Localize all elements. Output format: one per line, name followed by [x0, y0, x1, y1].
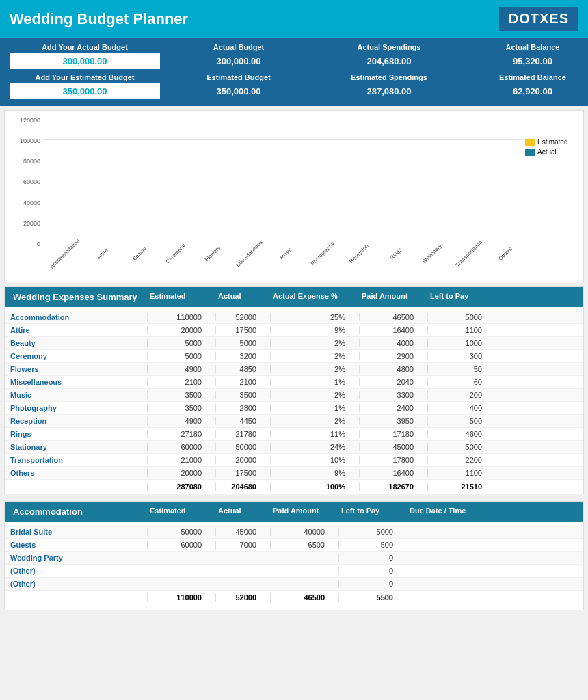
- chart-category-photography: [301, 118, 338, 247]
- bar-estimated-transportation: [457, 247, 466, 247]
- detail-row-estimated: 60000: [147, 541, 215, 549]
- row-pct: 2%: [270, 352, 359, 360]
- row-pct: 1%: [270, 378, 359, 386]
- row-paid: 4000: [359, 339, 427, 347]
- estimated-balance-cell: Estimated Balance 62,920.00: [468, 73, 588, 99]
- estimated-budget-display-cell: Estimated Budget 350,000.00: [167, 73, 310, 99]
- row-paid: 45000: [359, 443, 427, 451]
- total-actual: 204680: [215, 483, 270, 491]
- summary-title: Wedding Expenses Summary: [10, 291, 147, 304]
- row-label: Ceremony: [10, 352, 147, 360]
- y-label-60000: 60000: [23, 179, 40, 185]
- legend-actual: Actual: [525, 148, 576, 156]
- chart-category-reception: [338, 118, 375, 247]
- row-estimated: 20000: [147, 326, 215, 334]
- detail-title: Accommodation: [10, 505, 147, 518]
- detail-row: (Other) 0: [5, 578, 583, 591]
- row-actual: 4850: [215, 365, 270, 373]
- row-label: Stationary: [10, 443, 147, 451]
- actual-budget-input[interactable]: [10, 53, 160, 69]
- total-left: 21510: [427, 483, 496, 491]
- chart-category-accommodation: [43, 118, 80, 247]
- row-label: Photography: [10, 404, 147, 412]
- summary-col-paid: Paid Amount: [359, 291, 427, 304]
- row-actual: 3200: [215, 352, 270, 360]
- estimated-spendings-cell: Estimated Spendings 287,080.00: [317, 73, 461, 99]
- estimated-spendings-value: 287,080.00: [317, 83, 461, 99]
- detail-total-label: [10, 593, 147, 602]
- detail-row-left: 0: [338, 554, 407, 562]
- actual-balance-label: Actual Balance: [468, 43, 588, 51]
- app-header: Wedding Budget Planner DOTXES: [0, 0, 588, 38]
- row-pct: 25%: [270, 313, 359, 321]
- row-left: 5000: [427, 313, 496, 321]
- row-paid: 17180: [359, 430, 427, 438]
- row-left: 60: [427, 378, 496, 386]
- summary-row: Rings 27180 21780 11% 17180 4600: [5, 428, 583, 441]
- detail-row-label: (Other): [10, 580, 147, 588]
- row-pct: 10%: [270, 456, 359, 464]
- actual-balance-value: 95,320.00: [468, 53, 588, 69]
- estimated-budget-display-label: Estimated Budget: [167, 73, 310, 81]
- row-left: 400: [427, 404, 496, 412]
- row-estimated: 21000: [147, 456, 215, 464]
- actual-budget-display-cell: Actual Budget 300,000.00: [167, 43, 310, 69]
- row-paid: 2400: [359, 404, 427, 412]
- detail-total-row: 110000 52000 46500 5500: [5, 591, 583, 604]
- summary-row: Miscellaneous 2100 2100 1% 2040 60: [5, 376, 583, 389]
- summary-row: Others 20000 17500 9% 16400 1100: [5, 467, 583, 480]
- actual-spendings-value: 204,680.00: [317, 53, 461, 69]
- app-title: Wedding Budget Planner: [10, 10, 188, 28]
- actual-color-box: [525, 149, 535, 156]
- row-left: 1000: [427, 339, 496, 347]
- budget-area: Add Your Actual Budget Actual Budget 300…: [0, 38, 588, 106]
- row-estimated: 3500: [147, 404, 215, 412]
- legend-estimated: Estimated: [525, 138, 576, 146]
- total-paid: 182670: [359, 483, 427, 491]
- row-left: 500: [427, 417, 496, 425]
- row-estimated: 20000: [147, 469, 215, 477]
- row-paid: 16400: [359, 469, 427, 477]
- row-left: 200: [427, 391, 496, 399]
- detail-row-left: 0: [338, 580, 407, 588]
- summary-total-row: 287080 204680 100% 182670 21510: [5, 480, 583, 494]
- row-left: 300: [427, 352, 496, 360]
- detail-col-actual: Actual: [215, 505, 270, 518]
- row-actual: 20000: [215, 456, 270, 464]
- row-paid: 16400: [359, 326, 427, 334]
- row-paid: 2040: [359, 378, 427, 386]
- summary-row: Reception 4900 4450 2% 3950 500: [5, 415, 583, 428]
- row-actual: 17500: [215, 469, 270, 477]
- chart-category-miscellaneous: [227, 118, 264, 247]
- detail-col-estimated: Estimated: [147, 505, 215, 518]
- summary-row: Accommodation 110000 52000 25% 46500 500…: [5, 311, 583, 324]
- summary-row: Beauty 5000 5000 2% 4000 1000: [5, 337, 583, 350]
- detail-total-actual: 52000: [215, 593, 270, 602]
- row-estimated: 110000: [147, 313, 215, 321]
- summary-row: Flowers 4900 4850 2% 4800 50: [5, 363, 583, 376]
- bar-estimated-music: [273, 247, 282, 247]
- detail-row-actual: 45000: [215, 528, 270, 536]
- row-label: Flowers: [10, 365, 147, 373]
- summary-row: Music 3500 3500 2% 3300 200: [5, 389, 583, 402]
- detail-col-paid: Paid Amount: [270, 505, 338, 518]
- actual-spendings-label: Actual Spendings: [317, 43, 461, 51]
- estimated-budget-input[interactable]: [10, 83, 160, 99]
- row-pct: 24%: [270, 443, 359, 451]
- row-left: 4600: [427, 430, 496, 438]
- estimated-balance-value: 62,920.00: [468, 83, 588, 99]
- bar-estimated-miscellaneous: [236, 247, 245, 247]
- row-estimated: 5000: [147, 339, 215, 347]
- chart-legend: Estimated Actual: [525, 138, 576, 156]
- row-left: 5000: [427, 443, 496, 451]
- estimated-color-box: [525, 139, 535, 146]
- detail-col-left: Left to Pay: [338, 505, 407, 518]
- estimated-budget-value: 350,000.00: [167, 83, 310, 99]
- bar-estimated-reception: [347, 247, 356, 247]
- row-estimated: 27180: [147, 430, 215, 438]
- summary-row: Attire 20000 17500 9% 16400 1100: [5, 324, 583, 337]
- summary-col-estimated: Estimated: [147, 291, 215, 304]
- detail-row-label: Bridal Suite: [10, 528, 147, 536]
- row-left: 1100: [427, 469, 496, 477]
- y-label-80000: 80000: [23, 159, 40, 165]
